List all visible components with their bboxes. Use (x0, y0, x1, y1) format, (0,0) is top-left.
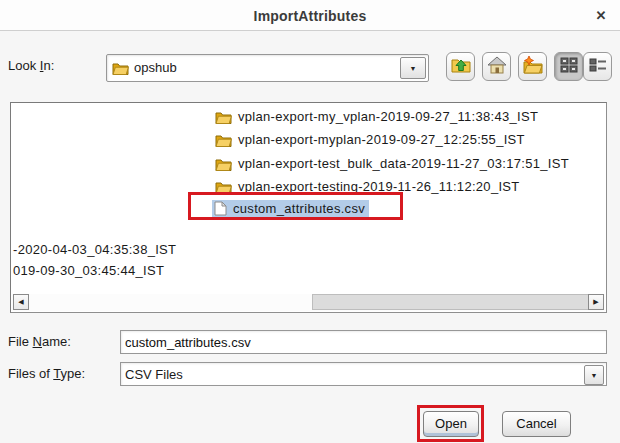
new-folder-button[interactable] (518, 52, 547, 81)
look-in-label: Look In: (8, 58, 54, 73)
dialog-title: ImportAttributes (0, 8, 620, 24)
chevron-down-icon: ▼ (591, 372, 598, 379)
scroll-left-icon: ◀ (18, 298, 23, 306)
scroll-left-button[interactable]: ◀ (13, 294, 29, 310)
list-item-clipped[interactable]: -2020-04-03_04:35:38_IST (13, 242, 176, 257)
folder-icon (215, 157, 232, 171)
files-of-type-dropdown-button[interactable]: ▼ (584, 365, 604, 385)
folder-icon (215, 110, 232, 124)
file-name-label: File Name: (8, 334, 71, 349)
list-item[interactable]: vplan-export-myplan-2019-09-27_12:25:55_… (215, 129, 525, 150)
list-view-icon (560, 57, 578, 77)
look-in-combobox[interactable]: opshub ▼ (106, 54, 429, 82)
scrollbar-thumb[interactable] (312, 294, 592, 310)
look-in-value: opshub (134, 60, 177, 75)
files-of-type-label: Files of Type: (8, 366, 85, 381)
home-icon (487, 56, 507, 78)
cancel-button[interactable]: Cancel (502, 411, 571, 437)
scroll-right-button[interactable]: ▶ (588, 294, 604, 310)
horizontal-scrollbar[interactable]: ◀ ▶ (12, 294, 605, 311)
look-in-dropdown-button[interactable]: ▼ (400, 57, 426, 79)
list-item[interactable]: vplan-export-test_bulk_data-2019-11-27_0… (215, 153, 569, 174)
scroll-right-icon: ▶ (593, 298, 598, 306)
list-item[interactable]: vplan-export-my_vplan-2019-09-27_11:38:4… (215, 106, 538, 127)
up-folder-button[interactable] (446, 52, 475, 81)
titlebar: ImportAttributes ✕ (0, 0, 620, 31)
list-item-label: -2020-04-03_04:35:38_IST (13, 242, 176, 257)
list-item-clipped[interactable]: 019-09-30_03:45:44_IST (13, 263, 164, 278)
up-folder-icon (451, 56, 471, 78)
new-folder-icon (523, 56, 543, 78)
file-list: vplan-export-my_vplan-2019-09-27_11:38:4… (10, 102, 607, 313)
files-of-type-value: CSV Files (125, 367, 183, 382)
list-view-button[interactable] (554, 52, 583, 81)
close-button[interactable]: ✕ (592, 7, 610, 25)
annotation-box-open-button (417, 405, 484, 442)
folder-icon (112, 61, 129, 79)
list-item-label: vplan-export-my_vplan-2019-09-27_11:38:4… (238, 109, 538, 124)
details-view-icon (589, 57, 607, 77)
home-button[interactable] (482, 52, 511, 81)
close-icon: ✕ (596, 8, 607, 23)
list-item-label: vplan-export-myplan-2019-09-27_12:25:55_… (238, 132, 525, 147)
files-of-type-combobox[interactable]: CSV Files ▼ (120, 362, 607, 386)
details-view-button[interactable] (583, 52, 612, 81)
import-attributes-dialog: ImportAttributes ✕ Look In: opshub ▼ (0, 0, 620, 443)
list-item-label: vplan-export-test_bulk_data-2019-11-27_0… (238, 156, 569, 171)
chevron-down-icon: ▼ (410, 65, 417, 72)
list-item-label: 019-09-30_03:45:44_IST (13, 263, 164, 278)
folder-icon (215, 133, 232, 147)
file-name-input[interactable] (120, 330, 607, 354)
annotation-box-selected-file (188, 192, 403, 220)
